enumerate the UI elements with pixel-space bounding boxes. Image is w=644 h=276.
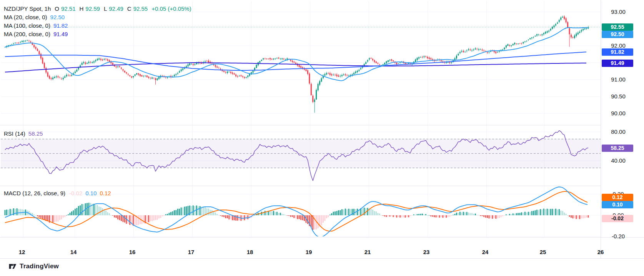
- axis-tick-label: 92.00: [611, 42, 626, 49]
- price-change: +0.05 (+0.05%): [151, 5, 191, 12]
- symbol-title: NZD/JPY Spot, 1h: [4, 5, 51, 12]
- time-tick-label: 26: [597, 249, 604, 255]
- rsi-legend-row[interactable]: RSI (14) 58.25: [4, 129, 43, 138]
- main-pane-legend: NZD/JPY Spot, 1h O92.51 H92.59 L92.49 C9…: [4, 4, 191, 38]
- ma100-value: 91.82: [53, 22, 68, 29]
- rsi-value: 58.25: [28, 130, 43, 137]
- ma200-label: MA (200, close, 0): [4, 31, 50, 37]
- axis-tick-label: 90.00: [611, 110, 626, 116]
- time-tick-label: 16: [129, 249, 136, 255]
- tradingview-chart-window: 93.0092.0091.0090.5090.0080.0040.000.200…: [0, 0, 644, 276]
- ohlc-open: O92.51: [55, 5, 75, 12]
- axis-tick-label: 80.00: [611, 128, 626, 135]
- tradingview-brand-text: TradingView: [20, 263, 59, 270]
- macd-pane-legend: MACD (12, 26, close, 9) -0.02 0.10 0.12: [4, 189, 111, 197]
- time-tick-label: 18: [247, 249, 253, 255]
- time-tick-label: 12: [19, 249, 25, 255]
- macd-signal-value: 0.12: [100, 190, 111, 196]
- ma200-line: [5, 63, 586, 72]
- symbol-legend-row[interactable]: NZD/JPY Spot, 1h O92.51 H92.59 L92.49 C9…: [4, 4, 191, 13]
- time-tick-label: 24: [482, 249, 489, 255]
- time-tick-label: 25: [540, 249, 546, 255]
- time-axis[interactable]: 1214161718192123242526: [19, 249, 604, 255]
- price-badge-ma200: 91.49: [602, 60, 633, 67]
- rsi-pane: [1, 131, 601, 181]
- axis-tick-label: 93.00: [611, 8, 626, 15]
- axis-tick-label: 40.00: [611, 157, 626, 164]
- ma20-value: 92.50: [50, 14, 65, 20]
- axis-tick-label: -0.20: [612, 233, 625, 239]
- time-tick-label: 21: [364, 249, 371, 255]
- rsi-pane-legend: RSI (14) 58.25: [4, 129, 43, 138]
- ma100-label: MA (100, close, 0): [4, 22, 50, 29]
- ma20-label: MA (20, close, 0): [4, 14, 47, 20]
- time-tick-label: 17: [188, 249, 195, 255]
- ma100-legend-row[interactable]: MA (100, close, 0) 91.82: [4, 21, 191, 30]
- ohlc-high: H92.59: [80, 5, 100, 12]
- rsi-badge-value: 58.25: [602, 145, 633, 152]
- macd-badge-hist: -0.02: [602, 215, 633, 222]
- macd-hist-value: -0.02: [69, 190, 82, 196]
- ma200-legend-row[interactable]: MA (200, close, 0) 91.49: [4, 30, 191, 38]
- price-badge-last: 92.55: [602, 23, 633, 31]
- axis-tick-label: 91.00: [611, 76, 626, 83]
- macd-badge-macd: 0.10: [602, 201, 633, 208]
- tradingview-logo-icon: [8, 262, 17, 271]
- macd-legend-row[interactable]: MACD (12, 26, close, 9) -0.02 0.10 0.12: [4, 189, 111, 197]
- price-badge-ma20: 92.50: [602, 31, 633, 38]
- chart-canvas[interactable]: 93.0092.0091.0090.5090.0080.0040.000.200…: [0, 0, 644, 276]
- ohlc-low: L92.49: [104, 5, 123, 12]
- ma20-legend-row[interactable]: MA (20, close, 0) 92.50: [4, 13, 191, 21]
- tradingview-watermark[interactable]: TradingView: [8, 262, 59, 271]
- macd-label: MACD (12, 26, close, 9): [4, 190, 65, 196]
- macd-badge-signal: 0.12: [602, 194, 633, 201]
- axis-tick-label: 90.50: [611, 93, 626, 100]
- time-tick-label: 14: [70, 249, 77, 255]
- ma200-value: 91.49: [53, 31, 68, 37]
- ohlc-close: C92.55: [127, 5, 148, 12]
- price-badge-ma100: 91.82: [602, 48, 633, 56]
- rsi-label: RSI (14): [4, 130, 25, 137]
- macd-line-value: 0.10: [85, 190, 97, 196]
- time-tick-label: 19: [306, 249, 312, 255]
- time-tick-label: 23: [423, 249, 430, 255]
